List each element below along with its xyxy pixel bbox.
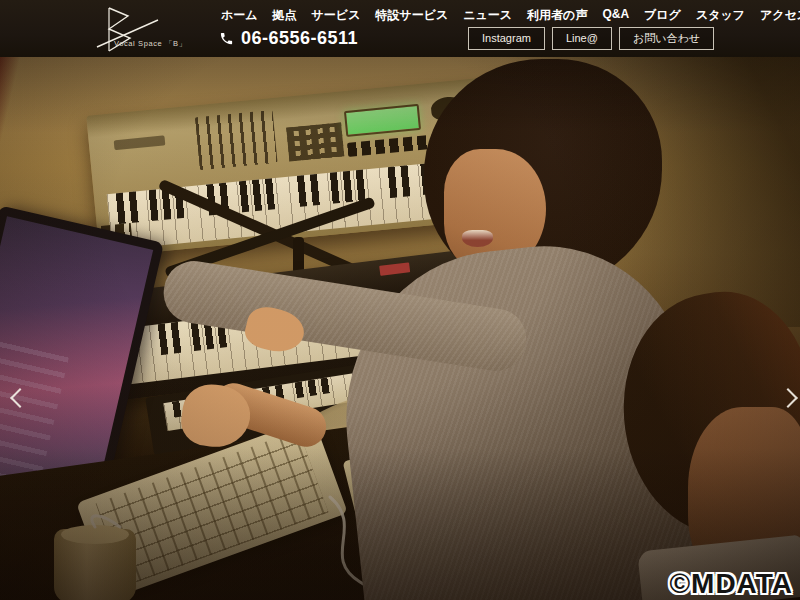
nav-item-special-services[interactable]: 特設サービス xyxy=(375,7,448,24)
nav-item-qa[interactable]: Q&A xyxy=(602,7,629,24)
instagram-button[interactable]: Instagram xyxy=(468,27,545,50)
nav-item-home[interactable]: ホーム xyxy=(221,7,258,24)
nav-item-services[interactable]: サービス xyxy=(312,7,361,24)
site-logo-text: Vocal Space 「B」 xyxy=(114,39,187,49)
nav-item-news[interactable]: ニュース xyxy=(463,7,512,24)
phone-icon xyxy=(219,31,234,46)
site-header: Vocal Space 「B」 ホーム 拠点 サービス 特設サービス ニュース … xyxy=(0,0,800,57)
nav-item-access[interactable]: アクセス xyxy=(760,7,800,24)
phone-number: 06-6556-6511 xyxy=(241,28,358,49)
header-action-buttons: Instagram Line@ お問い合わせ xyxy=(468,27,714,50)
main-nav: ホーム 拠点 サービス 特設サービス ニュース 利用者の声 Q&A ブログ スタ… xyxy=(221,7,800,24)
carousel-prev-button[interactable] xyxy=(8,386,34,412)
watermark: ©MDATA xyxy=(669,568,793,600)
line-button[interactable]: Line@ xyxy=(552,27,612,50)
nav-item-blog[interactable]: ブログ xyxy=(644,7,681,24)
chevron-left-icon xyxy=(10,388,30,408)
carousel-next-button[interactable] xyxy=(776,386,800,412)
hero-carousel-image xyxy=(0,57,800,600)
photo-vignette xyxy=(0,57,800,600)
contact-button[interactable]: お問い合わせ xyxy=(619,27,714,50)
nav-item-user-voices[interactable]: 利用者の声 xyxy=(527,7,587,24)
nav-item-staff[interactable]: スタッフ xyxy=(696,7,745,24)
nav-item-locations[interactable]: 拠点 xyxy=(273,7,297,24)
phone-contact[interactable]: 06-6556-6511 xyxy=(219,28,358,49)
site-logo[interactable]: Vocal Space 「B」 xyxy=(94,3,204,55)
chevron-right-icon xyxy=(778,388,798,408)
page: Vocal Space 「B」 ホーム 拠点 サービス 特設サービス ニュース … xyxy=(0,0,800,600)
